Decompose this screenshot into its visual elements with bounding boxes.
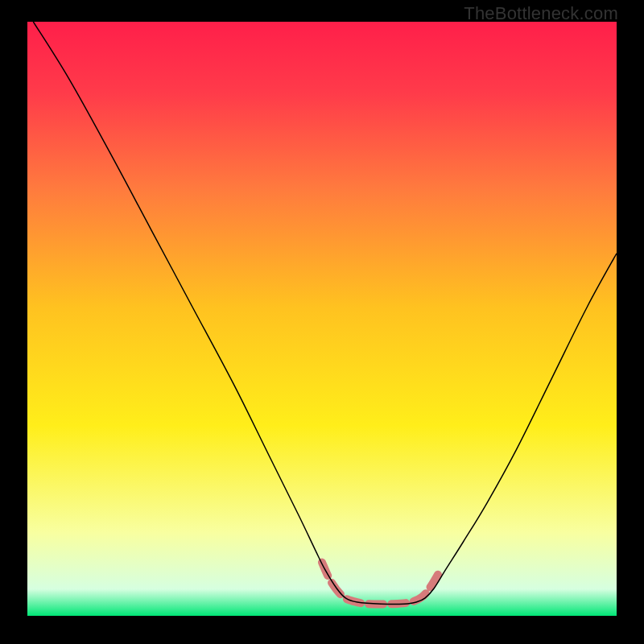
chart-container: TheBottleneck.com [0,0,644,644]
plot-area [27,22,617,616]
heat-gradient-background [27,22,617,616]
watermark-text: TheBottleneck.com [464,3,618,24]
bottleneck-chart-svg [27,22,617,616]
